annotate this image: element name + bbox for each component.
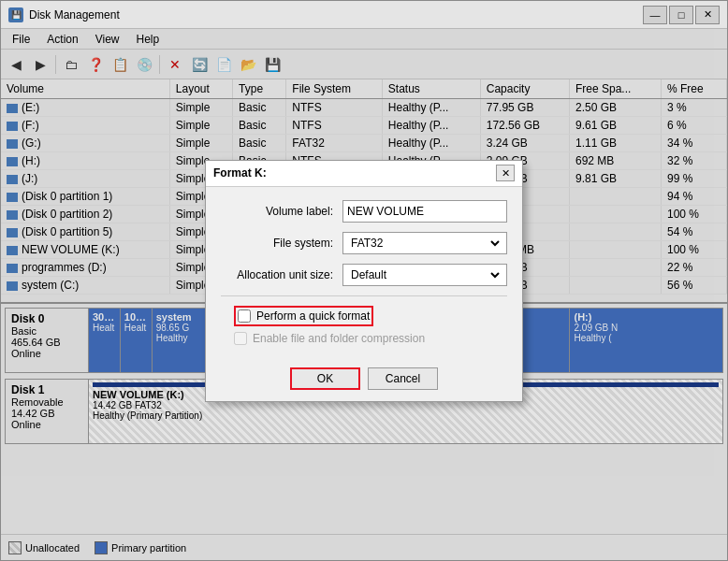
format-dialog: Format K: ✕ Volume label: File system: F… [205,160,523,402]
volume-label-input[interactable] [342,200,507,223]
quick-format-row: Perform a quick format [221,306,507,326]
ok-button[interactable]: OK [290,367,360,390]
alloc-unit-select-wrapper[interactable]: Default 512 1024 2048 4096 [342,264,507,286]
alloc-unit-select[interactable]: Default 512 1024 2048 4096 [347,265,502,285]
dialog-overlay: Format K: ✕ Volume label: File system: F… [0,0,728,561]
quick-format-checkbox[interactable] [238,309,251,323]
alloc-unit-row: Allocation unit size: Default 512 1024 2… [221,264,507,286]
file-system-select[interactable]: FAT32 NTFS exFAT [347,233,502,253]
dialog-close-button[interactable]: ✕ [496,165,515,181]
dialog-titlebar: Format K: ✕ [206,161,522,187]
quick-format-highlight: Perform a quick format [234,306,373,326]
file-system-text: File system: [221,237,342,250]
dialog-title: Format K: [213,166,267,180]
cancel-button[interactable]: Cancel [368,367,438,390]
file-system-select-wrapper[interactable]: FAT32 NTFS exFAT [342,232,507,254]
alloc-unit-text: Allocation unit size: [221,268,342,281]
file-system-row: File system: FAT32 NTFS exFAT [221,232,507,254]
compression-label: Enable file and folder compression [253,332,425,345]
dialog-body: Volume label: File system: FAT32 NTFS ex… [206,187,522,360]
divider [221,295,507,296]
quick-format-label[interactable]: Perform a quick format [256,309,370,323]
volume-label-row: Volume label: [221,200,507,223]
dialog-buttons: OK Cancel [206,360,522,401]
compression-checkbox[interactable] [234,332,247,345]
volume-label-text: Volume label: [221,205,342,218]
compression-row: Enable file and folder compression [221,332,507,345]
